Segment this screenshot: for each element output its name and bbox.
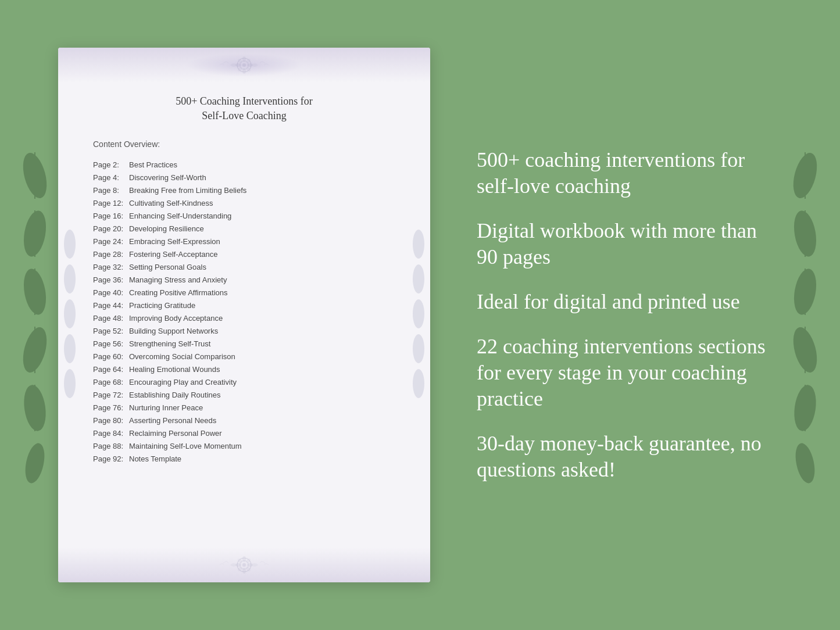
page-number: Page 52:	[93, 327, 127, 335]
page-title-text: Fostering Self-Acceptance	[129, 250, 217, 258]
svg-point-51	[245, 558, 251, 564]
page-number: Page 36:	[93, 276, 127, 284]
table-of-contents-item: Page 56:Strengthening Self-Trust	[93, 337, 395, 350]
feature-item: 22 coaching interventions sections for e…	[477, 334, 770, 412]
doc-title: 500+ Coaching Interventions for Self-Lov…	[93, 94, 395, 123]
svg-point-46	[242, 556, 246, 562]
table-of-contents-item: Page 32:Setting Personal Goals	[93, 260, 395, 273]
page-number: Page 72:	[93, 391, 127, 399]
doc-bottom-border	[58, 547, 430, 582]
table-of-contents-item: Page 2:Best Practices	[93, 158, 395, 171]
table-of-contents-item: Page 80:Asserting Personal Needs	[93, 414, 395, 427]
page-number: Page 4:	[93, 174, 127, 181]
table-of-contents-item: Page 48:Improving Body Acceptance	[93, 312, 395, 324]
svg-point-32	[245, 66, 251, 72]
page-title-text: Embracing Self-Expression	[129, 238, 220, 245]
svg-point-53	[245, 566, 251, 572]
page-title-text: Nurturing Inner Peace	[129, 404, 203, 411]
svg-point-45	[242, 563, 246, 567]
table-of-contents-item: Page 8:Breaking Free from Limiting Belie…	[93, 184, 395, 196]
svg-point-52	[237, 566, 243, 572]
svg-point-29	[237, 58, 243, 64]
page-title-text: Notes Template	[129, 455, 181, 463]
page-number: Page 76:	[93, 404, 127, 411]
feature-item: Digital workbook with more than 90 pages	[477, 218, 770, 270]
svg-point-39	[413, 264, 424, 293]
page-title-text: Strengthening Self-Trust	[129, 340, 210, 348]
page-number: Page 56:	[93, 340, 127, 348]
page-title-text: Overcoming Social Comparison	[129, 353, 235, 360]
feature-item: 30-day money-back guarantee, no question…	[477, 431, 770, 483]
content-overview-label: Content Overview:	[93, 139, 395, 149]
doc-top-border	[58, 48, 430, 83]
card-right-side-decoration	[410, 227, 427, 403]
page-number: Page 32:	[93, 263, 127, 271]
page-title-text: Discovering Self-Worth	[129, 174, 206, 181]
page-number: Page 80:	[93, 417, 127, 424]
page-title-text: Asserting Personal Needs	[129, 417, 216, 424]
page-title-text: Managing Stress and Anxiety	[129, 276, 227, 284]
table-of-contents-item: Page 52:Building Support Networks	[93, 324, 395, 337]
page-title-text: Setting Personal Goals	[129, 263, 206, 271]
page-title-text: Developing Resilience	[129, 225, 204, 232]
page-number: Page 92:	[93, 455, 127, 463]
page-number: Page 44:	[93, 302, 127, 309]
svg-point-26	[242, 68, 246, 74]
table-of-contents: Page 2:Best PracticesPage 4:Discovering …	[93, 158, 395, 465]
table-of-contents-item: Page 36:Managing Stress and Anxiety	[93, 273, 395, 286]
card-left-side-decoration	[61, 227, 78, 403]
table-of-contents-item: Page 60:Overcoming Social Comparison	[93, 350, 395, 363]
page-number: Page 8:	[93, 187, 127, 194]
svg-point-36	[64, 334, 76, 363]
table-of-contents-item: Page 40:Creating Positive Affirmations	[93, 286, 395, 299]
table-of-contents-item: Page 68:Encouraging Play and Creativity	[93, 375, 395, 388]
page-title-text: Reclaiming Personal Power	[129, 429, 222, 437]
svg-point-37	[64, 369, 76, 398]
svg-point-34	[64, 264, 76, 293]
table-of-contents-item: Page 76:Nurturing Inner Peace	[93, 401, 395, 414]
table-of-contents-item: Page 92:Notes Template	[93, 452, 395, 465]
doc-body: 500+ Coaching Interventions for Self-Lov…	[58, 83, 430, 547]
page-number: Page 2:	[93, 161, 127, 169]
svg-point-24	[242, 63, 246, 67]
svg-point-25	[242, 56, 246, 62]
page-title-text: Building Support Networks	[129, 327, 218, 335]
page-title-text: Practicing Gratitude	[129, 302, 195, 309]
features-panel: 500+ coaching interventions for self-lov…	[465, 147, 805, 483]
page-number: Page 48:	[93, 314, 127, 322]
svg-point-33	[64, 230, 76, 259]
page-number: Page 28:	[93, 250, 127, 258]
page-number: Page 40:	[93, 289, 127, 296]
feature-item: 500+ coaching interventions for self-lov…	[477, 147, 770, 199]
page-number: Page 20:	[93, 225, 127, 232]
table-of-contents-item: Page 88:Maintaining Self-Love Momentum	[93, 439, 395, 452]
svg-point-30	[245, 58, 251, 64]
page-title-text: Healing Emotional Wounds	[129, 366, 220, 373]
page-title-text: Cultivating Self-Kindness	[129, 199, 213, 207]
page-title-text: Improving Body Acceptance	[129, 314, 223, 322]
svg-point-47	[242, 568, 246, 574]
table-of-contents-item: Page 24:Embracing Self-Expression	[93, 235, 395, 248]
page-title-text: Maintaining Self-Love Momentum	[129, 442, 242, 450]
page-number: Page 16:	[93, 212, 127, 220]
table-of-contents-item: Page 12:Cultivating Self-Kindness	[93, 196, 395, 209]
table-of-contents-item: Page 16:Enhancing Self-Understanding	[93, 209, 395, 222]
svg-point-38	[413, 230, 424, 259]
document-card: 500+ Coaching Interventions for Self-Lov…	[58, 48, 430, 582]
page-number: Page 64:	[93, 366, 127, 373]
svg-point-50	[237, 558, 243, 564]
page-number: Page 60:	[93, 353, 127, 360]
feature-item: Ideal for digital and printed use	[477, 289, 770, 315]
svg-point-41	[413, 334, 424, 363]
svg-point-42	[413, 369, 424, 398]
page-title-text: Best Practices	[129, 161, 177, 169]
table-of-contents-item: Page 84:Reclaiming Personal Power	[93, 427, 395, 439]
page-title-text: Establishing Daily Routines	[129, 391, 221, 399]
svg-point-31	[237, 66, 243, 72]
bottom-floral-decoration	[209, 550, 279, 579]
page-number: Page 12:	[93, 199, 127, 207]
table-of-contents-item: Page 28:Fostering Self-Acceptance	[93, 248, 395, 260]
table-of-contents-item: Page 64:Healing Emotional Wounds	[93, 363, 395, 375]
table-of-contents-item: Page 44:Practicing Gratitude	[93, 299, 395, 312]
table-of-contents-item: Page 4:Discovering Self-Worth	[93, 171, 395, 184]
